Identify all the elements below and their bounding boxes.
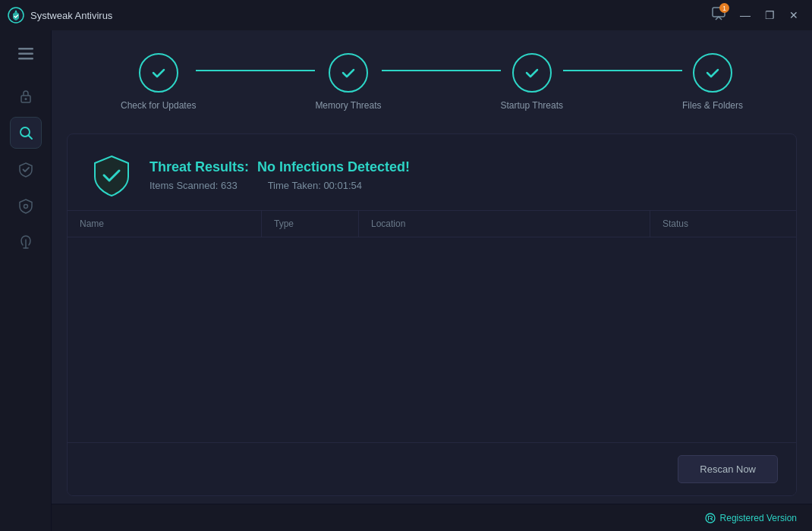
sidebar-item-booster[interactable]: [10, 226, 42, 258]
step-memory-threats: Memory Threats: [315, 53, 381, 111]
minimize-button[interactable]: —: [735, 5, 756, 26]
shield-success-icon: [89, 152, 134, 198]
panel-footer: Rescan Now: [68, 442, 796, 495]
sidebar-item-scan[interactable]: [10, 117, 42, 149]
step-circle-check-updates: [139, 53, 178, 93]
threat-info: Threat Results: No Infections Detected! …: [149, 159, 410, 191]
time-taken-value: 00:01:54: [323, 180, 362, 191]
threat-title-dynamic: No Infections Detected!: [257, 159, 410, 174]
svg-rect-4: [18, 58, 33, 60]
step-check-updates: Check for Updates: [121, 53, 196, 111]
threat-header: Threat Results: No Infections Detected! …: [68, 134, 796, 210]
threat-stats: Items Scanned: 633 Time Taken: 00:01:54: [149, 180, 410, 191]
sidebar-item-protection[interactable]: [10, 80, 42, 112]
rescan-now-button[interactable]: Rescan Now: [678, 455, 778, 483]
results-panel: Threat Results: No Infections Detected! …: [67, 134, 797, 496]
notification-icon[interactable]: 1: [710, 5, 727, 25]
registered-icon: [705, 513, 716, 523]
step-line-1: [196, 70, 315, 71]
window-controls: 1 — ❐ ✕: [710, 5, 804, 26]
sidebar-item-advanced[interactable]: [10, 190, 42, 222]
table-col-name: Name: [68, 211, 262, 237]
step-circle-memory-threats: [329, 53, 368, 93]
step-line-3: [563, 70, 682, 71]
items-scanned: Items Scanned: 633: [149, 180, 238, 191]
menu-icon[interactable]: [11, 39, 40, 68]
step-startup-threats: Startup Threats: [501, 53, 564, 111]
bottom-bar: Registered Version: [52, 504, 812, 531]
scan-steps: Check for Updates Memory Threats: [52, 30, 812, 126]
sidebar: [0, 30, 52, 531]
maximize-button[interactable]: ❐: [759, 5, 780, 26]
table-col-type: Type: [262, 211, 359, 237]
step-label-memory-threats: Memory Threats: [315, 100, 381, 111]
step-label-startup-threats: Startup Threats: [501, 100, 564, 111]
svg-point-6: [24, 98, 27, 100]
app-logo-icon: [8, 7, 24, 24]
svg-point-8: [24, 205, 27, 209]
main-content: Check for Updates Memory Threats: [52, 30, 812, 531]
table-body: [68, 237, 796, 359]
step-circle-startup-threats: [512, 53, 552, 93]
svg-rect-3: [18, 53, 33, 55]
time-taken-label: Time Taken:: [268, 180, 321, 191]
table-col-status: Status: [650, 211, 796, 237]
registered-label: Registered Version: [720, 513, 797, 523]
notification-badge: 1: [719, 3, 729, 13]
table-col-location: Location: [359, 211, 650, 237]
table-header: Name Type Location Status: [68, 210, 796, 237]
items-scanned-value: 633: [221, 180, 238, 191]
app-title: Systweak Antivirus: [30, 10, 112, 21]
time-taken: Time Taken: 00:01:54: [268, 180, 362, 191]
step-files-folders: Files & Folders: [682, 53, 743, 111]
step-circle-files-folders: [693, 53, 732, 93]
close-button[interactable]: ✕: [783, 5, 804, 26]
sidebar-item-realtime[interactable]: [10, 153, 42, 185]
step-label-check-updates: Check for Updates: [121, 100, 196, 111]
svg-rect-2: [18, 48, 33, 50]
threat-title-static: Threat Results:: [149, 159, 249, 174]
title-bar: Systweak Antivirus 1 — ❐ ✕: [0, 0, 812, 30]
step-label-files-folders: Files & Folders: [682, 100, 743, 111]
results-table: Name Type Location Status: [68, 210, 796, 442]
items-scanned-label: Items Scanned:: [149, 180, 218, 191]
threat-title: Threat Results: No Infections Detected!: [149, 159, 410, 175]
step-line-2: [382, 70, 501, 71]
